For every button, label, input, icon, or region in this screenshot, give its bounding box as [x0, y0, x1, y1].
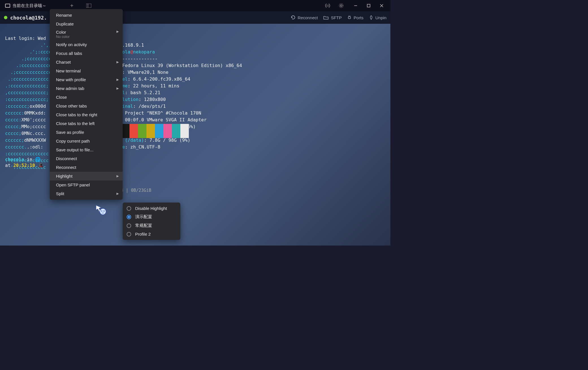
neofetch-value: bash 5.2.21	[130, 90, 160, 95]
swatch	[146, 124, 155, 138]
ascii-art-w: MMo;ccccc	[21, 124, 46, 129]
reconnect-label: Reconnect	[298, 15, 318, 20]
submenu-label: 常规配置	[135, 223, 152, 228]
menu-label: Close tabs to the left	[56, 121, 95, 126]
radio-icon	[127, 206, 131, 211]
ascii-art-line: ccccc;	[5, 131, 21, 136]
menu-open-sftp[interactable]: Open SFTP panel	[50, 180, 123, 189]
menu-split[interactable]: Split▶	[50, 189, 123, 198]
ascii-art-line: :cccccccccccccc;	[5, 97, 49, 102]
maximize-button[interactable]	[362, 0, 375, 11]
submenu-profile-2[interactable]: Profile 2	[123, 230, 180, 238]
close-icon	[380, 4, 383, 7]
unpin-action[interactable]: Unpin	[369, 15, 386, 20]
neofetch-value: 22 hours, 11 mins	[133, 83, 180, 89]
neofetch-value: /dev/pts/1	[139, 104, 166, 109]
close-button[interactable]	[375, 0, 388, 11]
chevron-right-icon: ▶	[116, 87, 119, 90]
submenu-disable-highlight[interactable]: Disable Highlight	[123, 204, 180, 212]
menu-copy-path[interactable]: Copy current path	[50, 137, 123, 145]
svg-point-15	[101, 210, 102, 212]
menu-new-terminal[interactable]: New terminal	[50, 66, 123, 75]
submenu-demo-config[interactable]: 演示配置	[123, 212, 180, 221]
chevron-right-icon: ▶	[116, 78, 119, 81]
radio-icon	[127, 223, 131, 228]
menu-save-profile[interactable]: Save as profile	[50, 128, 123, 137]
reconnect-action[interactable]: Reconnect	[291, 15, 318, 20]
neofetch-value: zh_CN.UTF-8	[130, 144, 160, 150]
menu-charset[interactable]: Charset▶	[50, 58, 123, 66]
swatch	[172, 124, 180, 138]
menu-label: Close	[56, 95, 67, 100]
menu-reconnect[interactable]: Reconnect	[50, 163, 123, 172]
menu-label: Close other tabs	[56, 104, 87, 108]
menu-notify[interactable]: Notify on activity	[50, 40, 123, 49]
sftp-action[interactable]: SFTP	[323, 15, 341, 20]
keyboard-button[interactable]	[322, 0, 333, 11]
menu-label: New terminal	[56, 68, 81, 73]
radio-icon	[127, 232, 131, 236]
radio-icon	[127, 215, 131, 219]
ascii-art-w: XM0';cccc	[21, 117, 46, 122]
menu-label: Copy current path	[56, 139, 90, 143]
settings-button[interactable]	[336, 0, 347, 11]
ports-action[interactable]: Ports	[347, 15, 364, 20]
menu-focus-all[interactable]: Focus all tabs	[50, 49, 123, 58]
cursor-mascot-icon	[96, 205, 107, 216]
ascii-art-line: :ccccccc;	[5, 104, 30, 109]
tab-label: 当前在主目录喵～	[12, 3, 46, 8]
connection-status-dot	[4, 16, 7, 19]
ascii-art-w: dNMWXXXW	[24, 137, 46, 143]
menu-duplicate[interactable]: Duplicate	[50, 20, 123, 28]
menu-sublabel: No color	[56, 35, 70, 39]
ascii-art-line: cccccc;	[5, 137, 24, 143]
menu-label: Split	[56, 191, 64, 196]
last-login-line: Last login: Wed	[5, 36, 46, 41]
ascii-art-w: 0MNc.ccc.	[21, 131, 46, 136]
menu-label: New with profile	[56, 77, 86, 82]
header-actions: Reconnect SFTP Ports Unpin	[291, 15, 386, 20]
menu-label: Notify on activity	[56, 42, 87, 47]
sftp-label: SFTP	[331, 15, 341, 20]
menu-close-left[interactable]: Close tabs to the left	[50, 119, 123, 128]
menu-close-other[interactable]: Close other tabs	[50, 102, 123, 110]
swatch	[129, 124, 138, 138]
menu-highlight[interactable]: Highlight▶	[50, 172, 123, 180]
svg-point-16	[103, 210, 105, 212]
hat-icon: 🎩	[38, 163, 44, 168]
menu-disconnect[interactable]: Disconnect	[50, 154, 123, 163]
chevron-right-icon: ▶	[116, 192, 119, 195]
swatch	[180, 124, 189, 138]
menu-rename[interactable]: Rename	[50, 11, 123, 20]
menu-close[interactable]: Close	[50, 93, 123, 102]
menu-new-profile[interactable]: New with profile▶	[50, 75, 123, 84]
svg-rect-8	[367, 4, 370, 7]
window-controls	[349, 0, 388, 11]
menu-save-output[interactable]: Save output to file...	[50, 145, 123, 154]
pin-icon	[369, 15, 373, 20]
refresh-icon	[291, 15, 295, 20]
swatch	[138, 124, 146, 138]
chevron-right-icon: ▶	[116, 60, 119, 64]
active-tab[interactable]: 当前在主目录喵～	[2, 0, 49, 11]
menu-label: Disconnect	[56, 156, 77, 161]
menu-new-admin[interactable]: New admin tab▶	[50, 84, 123, 93]
plug-icon	[347, 15, 351, 20]
globe-icon: 🌐	[35, 157, 41, 162]
menu-label: Reconnect	[56, 165, 76, 170]
neofetch-value: 6.6.4-200.fc39.x86_64	[133, 76, 190, 82]
gear-icon	[339, 3, 344, 8]
submenu-label: Disable Highlight	[135, 206, 167, 211]
submenu-normal-config[interactable]: 常规配置	[123, 221, 180, 230]
minimize-button[interactable]	[349, 0, 362, 11]
menu-label: Duplicate	[56, 21, 74, 26]
ascii-art-line: :ccccccccccccccc	[5, 151, 49, 156]
chevron-right-icon: ▶	[116, 174, 119, 178]
neofetch-value: 00:0f.0 VMware SVGA II Adapter	[125, 117, 207, 122]
ascii-art-w: ox000d	[30, 104, 46, 109]
menu-label: New admin tab	[56, 86, 84, 91]
menu-color[interactable]: Color▶ No color	[50, 28, 123, 40]
menu-close-right[interactable]: Close tabs to the right	[50, 110, 123, 119]
folder-icon	[323, 16, 328, 20]
chevron-right-icon: ▶	[116, 30, 119, 33]
